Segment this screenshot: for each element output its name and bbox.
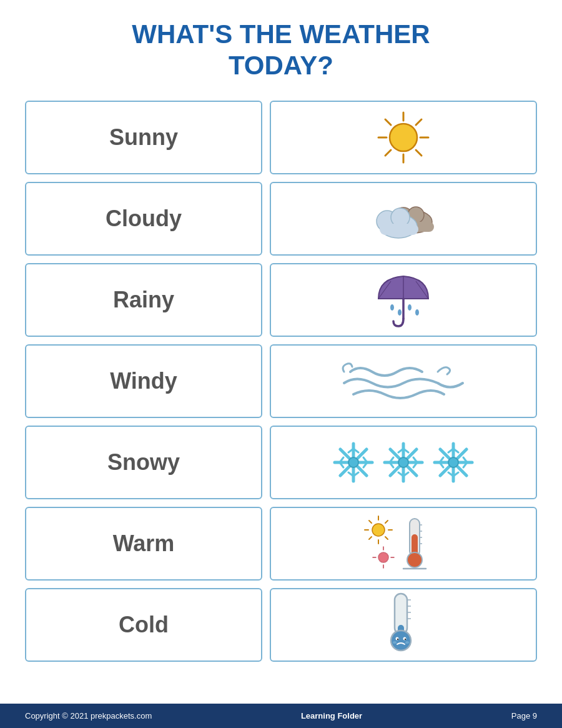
windy-icon-cell[interactable] <box>270 344 537 418</box>
thermometer-warm-icon <box>360 512 447 575</box>
svg-line-72 <box>385 521 388 523</box>
rainy-label: Rainy <box>113 287 174 313</box>
sun-icon <box>375 109 431 166</box>
svg-point-98 <box>393 641 397 644</box>
thermometer-cold-icon <box>372 591 435 659</box>
svg-point-85 <box>407 552 422 567</box>
weather-row: Sunny <box>25 101 537 174</box>
warm-label-cell[interactable]: Warm <box>25 507 262 581</box>
snowy-label: Snowy <box>107 449 180 476</box>
cloudy-label-cell[interactable]: Cloudy <box>25 182 262 256</box>
warm-icon-cell[interactable] <box>270 507 537 581</box>
wind-icon <box>341 359 466 403</box>
svg-point-96 <box>397 639 398 640</box>
snowflakes-icon <box>322 431 485 494</box>
svg-line-5 <box>416 150 422 156</box>
svg-line-73 <box>369 537 372 539</box>
cold-icon-cell[interactable] <box>270 588 537 662</box>
svg-point-23 <box>398 309 402 316</box>
svg-line-6 <box>416 119 422 125</box>
main-content: WHAT'S THE WEATHER TODAY? Sunny <box>0 0 562 704</box>
weather-row: Windy <box>25 344 537 418</box>
cold-label: Cold <box>119 612 169 638</box>
cloudy-icon-cell[interactable] <box>270 182 537 256</box>
cold-label-cell[interactable]: Cold <box>25 588 262 662</box>
snowy-label-cell[interactable]: Snowy <box>25 426 262 499</box>
svg-point-38 <box>348 457 358 467</box>
weather-row: Warm <box>25 507 537 581</box>
svg-point-93 <box>391 631 411 651</box>
svg-rect-17 <box>380 224 418 235</box>
warm-label: Warm <box>113 531 175 557</box>
weather-row: Cloudy <box>25 182 537 256</box>
rainy-icon-cell[interactable] <box>270 263 537 337</box>
svg-point-97 <box>405 639 406 640</box>
footer-page: Page 9 <box>511 711 537 721</box>
svg-line-71 <box>385 537 388 539</box>
footer-center: Learning Folder <box>301 711 362 721</box>
rainy-label-cell[interactable]: Rainy <box>25 263 262 337</box>
clouds-icon <box>366 194 441 244</box>
sunny-icon-cell[interactable] <box>270 101 537 174</box>
svg-point-24 <box>408 304 412 311</box>
svg-line-7 <box>385 150 391 156</box>
svg-point-99 <box>405 641 409 644</box>
weather-row: Rainy <box>25 263 537 337</box>
weather-row: Snowy <box>25 426 537 499</box>
svg-line-70 <box>369 521 372 523</box>
windy-label-cell[interactable]: Windy <box>25 344 262 418</box>
svg-point-22 <box>390 304 394 311</box>
umbrella-icon <box>372 269 435 331</box>
weather-grid: Sunny <box>25 101 537 662</box>
page-title: WHAT'S THE WEATHER TODAY? <box>25 19 537 82</box>
svg-point-9 <box>392 126 415 149</box>
footer-copyright: Copyright © 2021 prekpackets.com <box>25 711 152 721</box>
svg-point-64 <box>448 457 458 467</box>
svg-point-74 <box>378 552 388 562</box>
page-footer: Copyright © 2021 prekpackets.com Learnin… <box>0 704 562 728</box>
snowy-icon-cell[interactable] <box>270 426 537 499</box>
svg-point-25 <box>415 309 419 316</box>
sunny-label-cell[interactable]: Sunny <box>25 101 262 174</box>
weather-row: Cold <box>25 588 537 662</box>
svg-point-65 <box>372 524 385 536</box>
svg-point-51 <box>398 457 408 467</box>
cloudy-label: Cloudy <box>106 206 182 232</box>
svg-line-4 <box>385 119 391 125</box>
sunny-label: Sunny <box>109 124 178 151</box>
windy-label: Windy <box>110 368 177 394</box>
